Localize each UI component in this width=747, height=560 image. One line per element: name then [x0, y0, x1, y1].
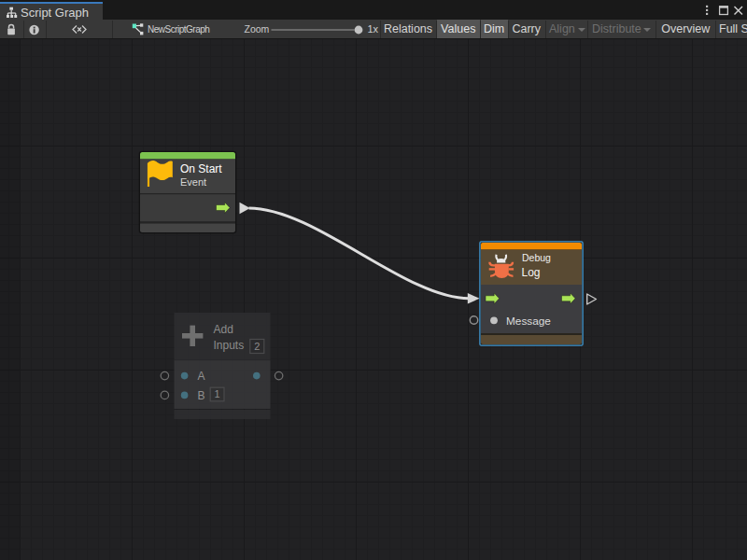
svg-text:Log: Log	[522, 266, 541, 279]
svg-text:B: B	[198, 389, 205, 402]
svg-text:Event: Event	[180, 176, 206, 188]
svg-text:Message: Message	[506, 315, 551, 328]
svg-text:A: A	[198, 370, 205, 383]
svg-text:Inputs: Inputs	[214, 339, 245, 352]
svg-text:2: 2	[254, 341, 260, 352]
svg-text:On Start: On Start	[180, 162, 222, 175]
svg-text:Debug: Debug	[522, 252, 551, 263]
svg-text:1: 1	[215, 388, 220, 399]
svg-text:Add: Add	[214, 323, 233, 336]
